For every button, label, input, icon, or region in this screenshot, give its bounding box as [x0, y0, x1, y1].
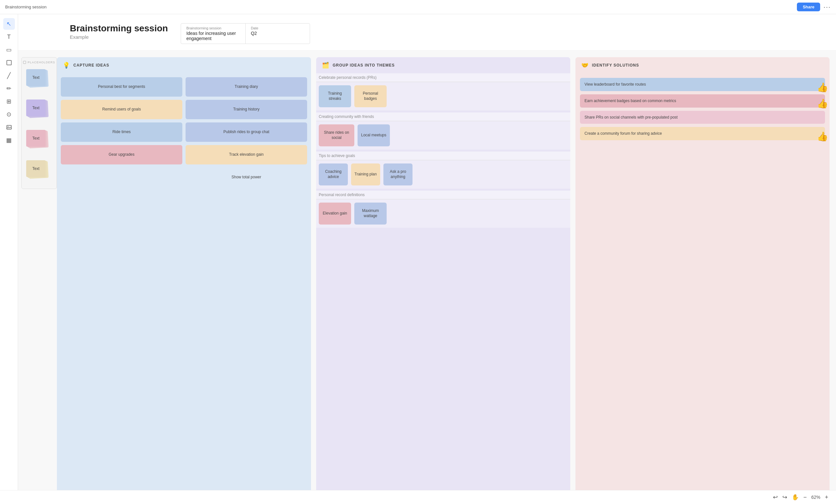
note-personal-best[interactable]: Personal best for segments	[61, 77, 182, 97]
tool-image[interactable]	[3, 121, 15, 133]
note-ask-pro[interactable]: Ask a pro anything	[383, 163, 413, 186]
undo-button[interactable]: ↩	[773, 494, 778, 501]
solutions-icon: 🤝	[581, 62, 589, 69]
note-remind-users[interactable]: Remind users of goals	[61, 100, 182, 119]
meta-date-cell: Date Q2	[246, 24, 310, 44]
page-subtitle: Example	[70, 34, 168, 40]
svg-rect-0	[7, 60, 11, 65]
column-capture: 💡 CAPTURE IDEAS Personal best for segmen…	[57, 57, 311, 498]
column-group-header: 🗂️ GROUP IDEAS INTO THEMES	[316, 57, 570, 73]
group-section-definitions-body: Elevation gain Maximum wattage	[316, 199, 570, 228]
topbar: Brainstorming session Share ···	[0, 0, 836, 14]
group-section-prs: Celebrate personal records (PRs) Trainin…	[316, 73, 570, 111]
group-section-community: Creating community with friends Share ri…	[316, 112, 570, 150]
note-ride-times[interactable]: Ride times	[61, 122, 182, 142]
group-section-community-label: Creating community with friends	[316, 112, 570, 121]
note-training-history[interactable]: Training history	[186, 100, 307, 119]
content-area: Brainstorming session Example Brainstorm…	[18, 14, 836, 504]
canvas: PLACEHOLDERS Text Text	[18, 51, 836, 504]
group-section-definitions-label: Personal record definitions	[316, 191, 570, 199]
solution-badges[interactable]: Earn achievement badges based on common …	[580, 94, 825, 108]
zoom-in-button[interactable]: +	[825, 494, 828, 501]
pan-button[interactable]: ✋	[792, 494, 799, 501]
svg-rect-1	[7, 125, 11, 129]
column-solutions: 🤝 IDENTIFY SOLUTIONS View leaderboard fo…	[575, 57, 830, 498]
note-show-power[interactable]: Show total power	[186, 168, 307, 187]
group-section-tips-label: Tips to achieve goals	[316, 152, 570, 160]
note-track-elevation[interactable]: Track elevation gain	[186, 145, 307, 164]
tool-rect[interactable]: ▭	[3, 44, 15, 56]
column-capture-title: CAPTURE IDEAS	[73, 63, 109, 67]
tool-sticky[interactable]	[3, 57, 15, 69]
meta-date-value: Q2	[251, 31, 305, 36]
capture-icon: 💡	[63, 62, 70, 69]
main-layout: ↖ T ▭ ╱ ✏ ⊞ ⊙ ▦ Brainstorming session Ex…	[0, 14, 836, 504]
capture-grid: Personal best for segments Training diar…	[61, 77, 307, 187]
topbar-title: Brainstorming session	[5, 4, 46, 9]
column-solutions-body: View leaderboard for favorite routes 👍 E…	[575, 73, 830, 498]
note-gear-upgrades[interactable]: Gear upgrades	[61, 145, 182, 164]
note-publish-rides[interactable]: Publish rides to group chat	[186, 122, 307, 142]
note-share-rides[interactable]: Share rides on social	[319, 124, 354, 147]
group-section-prs-body: Training streaks Personal badges	[316, 82, 570, 111]
meta-date-label: Date	[251, 26, 305, 30]
thumb-icon-2: 👍	[817, 97, 828, 110]
page-title-area: Brainstorming session Example	[70, 23, 168, 40]
thumb-icon-1: 👍	[817, 81, 828, 94]
group-section-prs-label: Celebrate personal records (PRs)	[316, 73, 570, 82]
tool-frame[interactable]: ⊞	[3, 96, 15, 107]
bottombar: ↩ ↪ ✋ − 62% +	[0, 490, 836, 504]
svg-rect-3	[23, 61, 26, 64]
topbar-actions: Share ···	[797, 3, 831, 11]
column-capture-header: 💡 CAPTURE IDEAS	[57, 57, 311, 73]
group-section-tips-body: Coaching advice Training plan Ask a pro …	[316, 160, 570, 189]
pink-stack[interactable]: Text	[26, 130, 52, 153]
tool-text[interactable]: T	[3, 31, 15, 43]
tool-table[interactable]: ▦	[3, 134, 15, 146]
column-group-title: GROUP IDEAS INTO THEMES	[332, 63, 395, 67]
solution-forum[interactable]: Create a community forum for sharing adv…	[580, 127, 825, 140]
purple-stack[interactable]: Text	[26, 99, 52, 122]
meta-session-value: Ideas for increasing user engagement	[186, 31, 240, 41]
note-training-plan[interactable]: Training plan	[351, 163, 380, 186]
zoom-level: 62%	[811, 495, 820, 500]
toolbar: ↖ T ▭ ╱ ✏ ⊞ ⊙ ▦	[0, 14, 18, 504]
column-solutions-title: IDENTIFY SOLUTIONS	[592, 63, 639, 67]
column-capture-body: Personal best for segments Training diar…	[57, 73, 311, 498]
tool-pen[interactable]: ✏	[3, 83, 15, 94]
note-coaching[interactable]: Coaching advice	[319, 163, 348, 186]
page-header: Brainstorming session Example Brainstorm…	[18, 14, 836, 51]
meta-table: Brainstorming session Ideas for increasi…	[181, 23, 310, 44]
placeholders-label: PLACEHOLDERS	[23, 61, 55, 64]
note-max-wattage[interactable]: Maximum wattage	[354, 202, 387, 225]
thumb-icon-3: 👍	[817, 130, 828, 143]
placeholders-panel: PLACEHOLDERS Text Text	[21, 57, 57, 189]
column-group: 🗂️ GROUP IDEAS INTO THEMES Celebrate per…	[316, 57, 570, 498]
column-solutions-header: 🤝 IDENTIFY SOLUTIONS	[575, 57, 830, 73]
meta-session-cell: Brainstorming session Ideas for increasi…	[181, 24, 246, 44]
note-personal-badges[interactable]: Personal badges	[354, 85, 387, 107]
page-title: Brainstorming session	[70, 23, 168, 34]
solution-leaderboard[interactable]: View leaderboard for favorite routes 👍	[580, 78, 825, 91]
tool-select[interactable]: ↖	[3, 18, 15, 30]
note-local-meetups[interactable]: Local meetups	[358, 124, 390, 147]
share-button[interactable]: Share	[797, 3, 820, 11]
zoom-out-button[interactable]: −	[803, 494, 807, 501]
group-section-definitions: Personal record definitions Elevation ga…	[316, 191, 570, 228]
note-elevation-gain[interactable]: Elevation gain	[319, 202, 351, 225]
column-group-body: Celebrate personal records (PRs) Trainin…	[316, 73, 570, 498]
blue-stack[interactable]: Text	[26, 69, 52, 92]
meta-session-label: Brainstorming session	[186, 26, 240, 30]
group-section-tips: Tips to achieve goals Coaching advice Tr…	[316, 152, 570, 189]
group-icon: 🗂️	[322, 62, 329, 69]
note-training-diary[interactable]: Training diary	[186, 77, 307, 97]
svg-point-2	[7, 126, 8, 127]
note-training-streaks[interactable]: Training streaks	[319, 85, 351, 107]
solution-share-prs[interactable]: Share PRs on social channels with pre-po…	[580, 111, 825, 124]
tool-template[interactable]: ⊙	[3, 109, 15, 120]
redo-button[interactable]: ↪	[782, 494, 787, 501]
tool-line[interactable]: ╱	[3, 70, 15, 81]
more-button[interactable]: ···	[823, 3, 831, 11]
yellow-stack[interactable]: Text	[26, 160, 52, 183]
group-section-community-body: Share rides on social Local meetups	[316, 121, 570, 150]
